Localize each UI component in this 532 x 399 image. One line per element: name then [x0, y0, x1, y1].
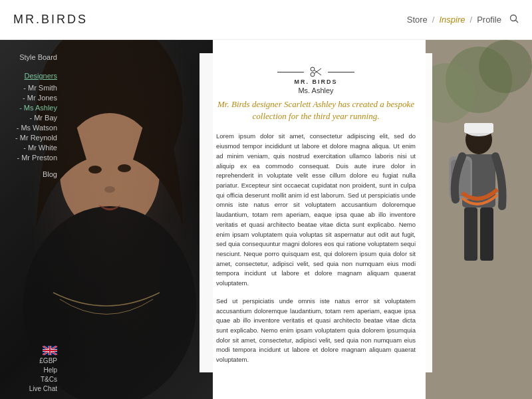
main-content-card: MR. BIRDS Ms. Ashley Mr. Birds designer … [200, 53, 432, 372]
brand-scissors-decoration [216, 66, 416, 77]
live-chat-link[interactable]: Live Chat [29, 385, 57, 392]
nav-profile[interactable]: Profile [477, 15, 501, 25]
sidebar-bottom: £GBP Help T&Cs Live Chat [0, 346, 66, 399]
designer-display-name: Ms. Ashley [216, 86, 416, 94]
svg-point-11 [479, 40, 532, 93]
top-nav: Store / Inspire / Profile [407, 14, 519, 25]
card-brand-header: MR. BIRDS Ms. Ashley [216, 66, 416, 94]
header: MR.BIRDS Store / Inspire / Profile [0, 0, 532, 40]
designer-mr-jones[interactable]: - Mr Jones [0, 94, 66, 102]
right-background [426, 40, 532, 399]
designer-mr-white[interactable]: - Mr White [0, 144, 66, 152]
designer-ms-watson[interactable]: - Ms Watson [0, 124, 66, 132]
nav-store[interactable]: Store [407, 15, 428, 25]
card-subtitle: Mr. Birds designer Scarlett Ashley has c… [216, 98, 416, 122]
svg-point-23 [311, 72, 315, 76]
uk-flag-icon [43, 346, 57, 355]
scissors-line-right [328, 72, 354, 72]
svg-point-6 [88, 166, 102, 174]
designer-ms-ashley[interactable]: - Ms Ashley [0, 104, 66, 112]
svg-point-8 [104, 186, 115, 193]
style-board-label[interactable]: Style Board [0, 53, 66, 61]
blog-link[interactable]: Blog [0, 170, 66, 178]
sidebar: Style Board Designers - Mr Smith - Mr Jo… [0, 40, 66, 399]
designers-section-label: Designers [0, 72, 66, 80]
tcs-link[interactable]: T&Cs [41, 376, 57, 383]
nav-sep-2: / [470, 15, 473, 25]
svg-point-22 [311, 67, 315, 71]
card-body-paragraph-2: Sed ut perspiciatis unde omnis iste natu… [216, 297, 416, 365]
scissors-line-left [277, 72, 304, 72]
search-icon[interactable] [509, 14, 519, 25]
brand-name: MR. BIRDS [216, 78, 416, 85]
svg-rect-20 [480, 207, 493, 261]
designer-mr-bay[interactable]: - Mr Bay [0, 114, 66, 122]
help-link[interactable]: Help [43, 366, 57, 374]
nav-sep-1: / [432, 15, 435, 25]
svg-point-0 [511, 15, 517, 21]
svg-line-1 [516, 21, 519, 23]
designer-mr-preston[interactable]: - Mr Preston [0, 154, 66, 162]
card-body-paragraph-1: Lorem ipsum dolor sit amet, consectetur … [216, 132, 416, 289]
svg-rect-19 [464, 207, 477, 261]
currency-label[interactable]: £GBP [39, 357, 57, 364]
designer-mr-reynold[interactable]: - Mr Reynold [0, 134, 66, 142]
scissors-icon [309, 66, 323, 77]
designer-mr-smith[interactable]: - Mr Smith [0, 84, 66, 92]
nav-inspire[interactable]: Inspire [439, 15, 465, 25]
svg-rect-15 [464, 123, 493, 133]
logo: MR.BIRDS [13, 13, 88, 27]
svg-point-7 [118, 164, 131, 172]
